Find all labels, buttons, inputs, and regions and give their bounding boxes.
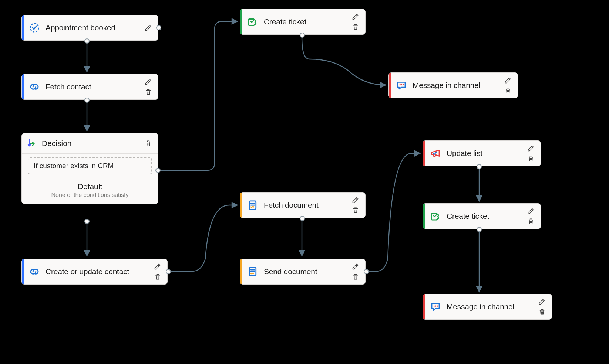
node-label: Create ticket	[264, 17, 306, 26]
condition-output-port[interactable]	[155, 168, 161, 173]
output-port[interactable]	[477, 164, 482, 169]
node-create-ticket-1[interactable]: Create ticket	[240, 9, 366, 35]
edit-button[interactable]	[351, 12, 360, 21]
decision-default-branch: Default None of the conditions satisfy	[22, 178, 158, 204]
edit-button[interactable]	[526, 144, 535, 153]
delete-button[interactable]	[144, 139, 153, 148]
node-label: Decision	[42, 139, 72, 148]
chat-icon	[429, 300, 442, 313]
decision-icon	[27, 138, 38, 149]
edit-button[interactable]	[144, 23, 153, 32]
link-icon	[28, 80, 41, 93]
node-fetch-document[interactable]: Fetch document	[240, 192, 366, 218]
node-appointment-booked[interactable]: Appointment booked	[21, 15, 158, 41]
ticket-icon	[429, 210, 442, 223]
default-output-port[interactable]	[84, 219, 90, 224]
node-create-ticket-2[interactable]: Create ticket	[423, 203, 541, 229]
output-port[interactable]	[300, 216, 305, 221]
document-icon	[246, 265, 259, 278]
edit-button[interactable]	[504, 76, 512, 85]
node-label: Update list	[447, 149, 482, 158]
delete-button[interactable]	[504, 86, 512, 95]
output-port[interactable]	[84, 38, 90, 44]
node-label: Fetch document	[264, 201, 319, 210]
output-port[interactable]	[156, 25, 161, 30]
output-port[interactable]	[166, 269, 171, 274]
output-port[interactable]	[477, 227, 482, 232]
node-message-channel-1[interactable]: Message in channel	[388, 72, 518, 98]
default-title: Default	[28, 182, 152, 191]
output-port[interactable]	[364, 269, 369, 274]
node-label: Create ticket	[447, 212, 489, 221]
node-fetch-contact[interactable]: Fetch contact	[21, 74, 158, 100]
node-label: Message in channel	[413, 81, 480, 90]
document-icon	[246, 198, 259, 212]
node-create-update-contact[interactable]: Create or update contact	[21, 259, 168, 285]
link-icon	[28, 265, 41, 278]
delete-button[interactable]	[144, 88, 153, 96]
output-port[interactable]	[84, 98, 90, 103]
node-label: Message in channel	[447, 302, 514, 311]
node-decision[interactable]: Decision If customer exists in CRM Defau…	[21, 133, 158, 204]
edit-button[interactable]	[526, 207, 535, 215]
delete-button[interactable]	[351, 23, 360, 31]
appointment-icon	[28, 21, 41, 34]
delete-button[interactable]	[153, 272, 162, 281]
chat-icon	[395, 79, 408, 92]
delete-button[interactable]	[526, 217, 535, 226]
node-label: Appointment booked	[46, 23, 115, 32]
delete-button[interactable]	[526, 154, 535, 163]
delete-button[interactable]	[351, 272, 360, 281]
edit-button[interactable]	[144, 77, 153, 86]
decision-condition[interactable]: If customer exists in CRM	[28, 157, 152, 174]
node-label: Fetch contact	[46, 82, 91, 91]
node-label: Create or update contact	[46, 267, 129, 276]
edit-button[interactable]	[351, 195, 360, 204]
node-message-channel-2[interactable]: Message in channel	[423, 294, 552, 320]
edit-button[interactable]	[538, 297, 546, 306]
edit-button[interactable]	[153, 262, 162, 271]
ticket-icon	[246, 15, 259, 28]
delete-button[interactable]	[538, 307, 546, 316]
default-subtitle: None of the conditions satisfy	[28, 192, 152, 198]
node-label: Send document	[264, 267, 317, 276]
delete-button[interactable]	[351, 206, 360, 215]
node-send-document[interactable]: Send document	[240, 259, 366, 285]
workflow-canvas[interactable]: { "nodes": { "appointment": {"label": "A…	[0, 0, 609, 364]
edit-button[interactable]	[351, 262, 360, 271]
megaphone-icon	[429, 147, 442, 160]
node-update-list[interactable]: Update list	[423, 140, 541, 166]
output-port[interactable]	[300, 33, 305, 38]
